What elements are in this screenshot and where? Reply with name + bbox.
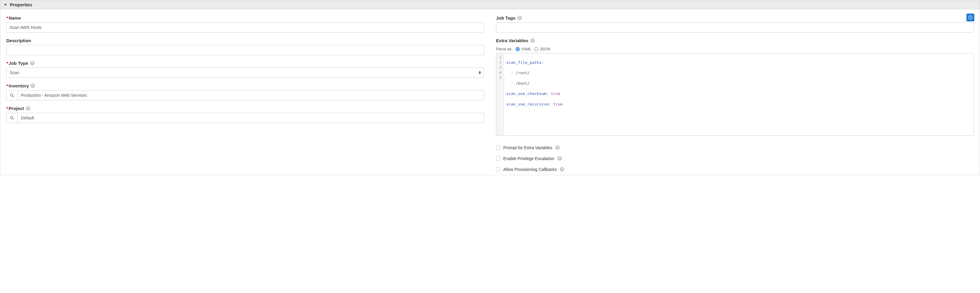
enable-escalation-label: Enable Privilege Escalation bbox=[503, 156, 554, 161]
help-icon[interactable]: ? bbox=[557, 156, 562, 161]
name-label: *Name bbox=[6, 15, 484, 21]
extra-variables-field: Extra Variables ? Parse as: YAML JSON 12… bbox=[496, 38, 974, 136]
inventory-label: *Inventory ? bbox=[6, 83, 484, 88]
panel-body: *Name Description *Job Type ? Scan bbox=[0, 10, 980, 175]
parse-as-row: Parse as: YAML JSON bbox=[496, 47, 974, 51]
help-icon[interactable]: ? bbox=[555, 145, 560, 150]
job-tags-field: Job Tags ? bbox=[496, 15, 974, 32]
search-icon bbox=[10, 116, 14, 120]
prompt-extra-vars-checkbox[interactable] bbox=[496, 146, 500, 150]
extra-variables-label: Extra Variables ? bbox=[496, 38, 974, 43]
prompt-extra-vars-label: Prompt for Extra Variables bbox=[503, 145, 552, 150]
description-input[interactable] bbox=[6, 45, 484, 55]
allow-callbacks-label: Allow Provisioning Callbacks bbox=[503, 167, 557, 172]
parse-as-label: Parse as: bbox=[496, 47, 512, 51]
help-icon[interactable]: ? bbox=[530, 38, 535, 43]
prompt-extra-vars-row: Prompt for Extra Variables ? bbox=[496, 145, 974, 150]
parse-json-radio[interactable]: JSON bbox=[534, 47, 550, 51]
name-input[interactable] bbox=[6, 22, 484, 32]
svg-line-2 bbox=[13, 96, 14, 97]
right-column: Job Tags ? Extra Variables ? Parse as: Y… bbox=[496, 15, 974, 172]
svg-point-1 bbox=[11, 94, 13, 96]
collapse-caret-icon bbox=[4, 4, 7, 6]
inventory-lookup-button[interactable] bbox=[6, 90, 18, 100]
inventory-field: *Inventory ? bbox=[6, 83, 484, 100]
job-type-select[interactable]: Scan bbox=[6, 67, 484, 78]
left-column: *Name Description *Job Type ? Scan bbox=[6, 15, 484, 172]
help-icon[interactable]: ? bbox=[31, 83, 35, 88]
job-tags-input[interactable] bbox=[496, 22, 974, 32]
project-input[interactable] bbox=[18, 113, 484, 123]
allow-callbacks-row: Allow Provisioning Callbacks ? bbox=[496, 167, 974, 172]
extra-variables-editor[interactable]: 12345 scan_file_paths: - /root/ - /boot/… bbox=[496, 53, 974, 136]
options-group: Prompt for Extra Variables ? Enable Priv… bbox=[496, 145, 974, 172]
project-field: *Project ? bbox=[6, 106, 484, 123]
help-icon[interactable]: ? bbox=[560, 167, 564, 171]
enable-escalation-row: Enable Privilege Escalation ? bbox=[496, 156, 974, 161]
allow-callbacks-checkbox[interactable] bbox=[496, 167, 500, 171]
description-field: Description bbox=[6, 38, 484, 55]
properties-panel: Properties *Name Description *Job Type ? bbox=[0, 0, 980, 175]
project-label: *Project ? bbox=[6, 106, 484, 111]
history-button[interactable] bbox=[966, 14, 974, 21]
svg-line-4 bbox=[13, 118, 14, 120]
name-field: *Name bbox=[6, 15, 484, 32]
code-content[interactable]: scan_file_paths: - /root/ - /boot/ scan_… bbox=[504, 53, 974, 135]
description-label: Description bbox=[6, 38, 484, 43]
help-icon[interactable]: ? bbox=[26, 106, 30, 110]
help-icon[interactable]: ? bbox=[517, 16, 522, 20]
panel-title: Properties bbox=[10, 2, 32, 7]
search-icon bbox=[10, 93, 14, 98]
history-icon bbox=[968, 15, 973, 20]
help-icon[interactable]: ? bbox=[30, 61, 35, 66]
svg-point-3 bbox=[11, 116, 13, 119]
job-tags-label: Job Tags ? bbox=[496, 15, 974, 21]
line-gutter: 12345 bbox=[496, 53, 504, 135]
panel-header[interactable]: Properties bbox=[0, 0, 980, 10]
project-lookup-button[interactable] bbox=[6, 113, 18, 123]
job-type-label: *Job Type ? bbox=[6, 61, 484, 66]
parse-yaml-radio[interactable]: YAML bbox=[515, 47, 531, 51]
inventory-input[interactable] bbox=[18, 90, 484, 100]
job-type-field: *Job Type ? Scan bbox=[6, 61, 484, 78]
enable-escalation-checkbox[interactable] bbox=[496, 157, 500, 161]
